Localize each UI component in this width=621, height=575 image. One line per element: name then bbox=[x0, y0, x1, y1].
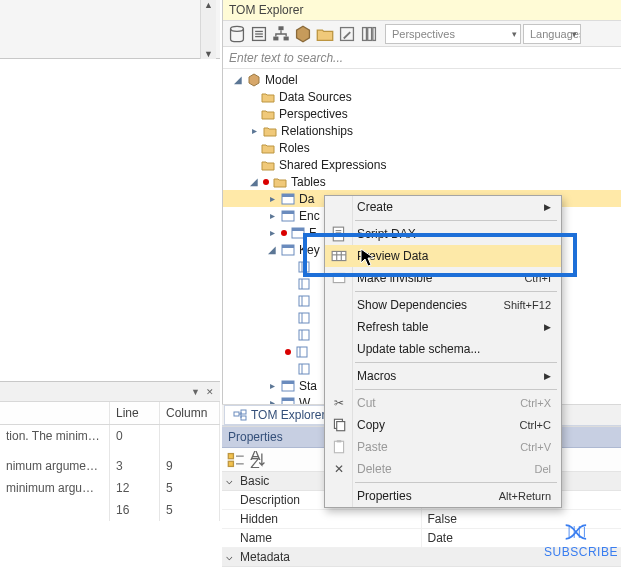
ctx-preview-data[interactable]: Preview Data bbox=[325, 245, 561, 267]
ctx-label: Cut bbox=[357, 396, 376, 410]
svg-rect-42 bbox=[228, 461, 233, 466]
language-select[interactable]: Languages bbox=[523, 24, 581, 44]
toolbar-folder-icon[interactable] bbox=[315, 24, 335, 44]
tree-node-roles[interactable]: Roles bbox=[223, 139, 621, 156]
toolbar-columns-icon[interactable] bbox=[359, 24, 379, 44]
preview-icon bbox=[331, 248, 347, 264]
ctx-properties[interactable]: Properties Alt+Return bbox=[325, 485, 561, 507]
node-label: Sta bbox=[299, 379, 317, 393]
context-menu: Create ▶ Script DAX Preview Data Make in… bbox=[324, 195, 562, 508]
close-icon[interactable]: ✕ bbox=[206, 387, 214, 397]
ctx-refresh-table[interactable]: Refresh table ▶ bbox=[325, 316, 561, 338]
col-cell: 5 bbox=[160, 499, 220, 521]
tom-explorer-title: TOM Explorer bbox=[223, 0, 621, 21]
svg-rect-32 bbox=[299, 364, 309, 374]
table-row[interactable] bbox=[0, 447, 220, 455]
perspective-select[interactable]: Perspectives bbox=[385, 24, 521, 44]
folder-icon bbox=[263, 124, 277, 138]
categorized-icon[interactable] bbox=[226, 450, 246, 470]
col-header-msg[interactable] bbox=[0, 402, 110, 424]
ctx-label: Script DAX bbox=[357, 227, 416, 241]
ctx-cut: ✂ Cut Ctrl+X bbox=[325, 392, 561, 414]
table-row[interactable]: minimum argument ... 12 5 bbox=[0, 477, 220, 499]
svg-rect-9 bbox=[363, 27, 367, 40]
ctx-create[interactable]: Create ▶ bbox=[325, 196, 561, 218]
table-row[interactable]: nimum argument c... 3 9 bbox=[0, 455, 220, 477]
column-icon bbox=[295, 345, 309, 359]
diagram-icon bbox=[233, 408, 247, 422]
svg-rect-28 bbox=[299, 330, 309, 340]
left-top-pane bbox=[0, 0, 220, 59]
ctx-label: Macros bbox=[357, 369, 396, 383]
search-input[interactable] bbox=[229, 51, 615, 65]
table-row[interactable]: tion. The minimum... 0 bbox=[0, 425, 220, 447]
toolbar-list-icon[interactable] bbox=[249, 24, 269, 44]
tree-node-perspectives[interactable]: Perspectives bbox=[223, 105, 621, 122]
toolbar-cylinder-icon[interactable] bbox=[227, 24, 247, 44]
ctx-shortcut: Ctrl+X bbox=[520, 397, 551, 409]
column-icon bbox=[297, 328, 311, 342]
node-label: Da bbox=[299, 192, 314, 206]
toolbar-edit-icon[interactable] bbox=[337, 24, 357, 44]
delete-icon: ✕ bbox=[331, 461, 347, 477]
error-indicator-icon bbox=[281, 230, 287, 236]
ctx-label: Delete bbox=[357, 462, 392, 476]
col-cell bbox=[160, 447, 220, 455]
node-label: F bbox=[309, 226, 316, 240]
table-row[interactable]: 16 5 bbox=[0, 499, 220, 521]
ctx-make-invisible[interactable]: Make invisible Ctrl+I bbox=[325, 267, 561, 289]
msg-cell bbox=[0, 499, 110, 521]
table-icon bbox=[281, 379, 295, 393]
ctx-shortcut: Ctrl+V bbox=[520, 441, 551, 453]
ctx-label: Preview Data bbox=[357, 249, 428, 263]
ctx-label: Create bbox=[357, 200, 393, 214]
dropdown-icon[interactable]: ▼ bbox=[191, 387, 200, 397]
col-header-column[interactable]: Column bbox=[160, 402, 220, 424]
line-cell: 16 bbox=[110, 499, 160, 521]
sort-az-icon[interactable]: AZ bbox=[248, 450, 268, 470]
svg-rect-10 bbox=[368, 27, 372, 40]
tab-tom-explorer[interactable]: TOM Explorer bbox=[224, 405, 334, 425]
svg-rect-7 bbox=[284, 36, 289, 40]
submenu-arrow-icon: ▶ bbox=[544, 371, 551, 381]
line-cell bbox=[110, 447, 160, 455]
tree-node-model[interactable]: ◢ Model bbox=[223, 71, 621, 88]
node-label: Model bbox=[265, 73, 298, 87]
cut-icon: ✂ bbox=[331, 395, 347, 411]
svg-rect-6 bbox=[273, 36, 278, 40]
ctx-copy[interactable]: Copy Ctrl+C bbox=[325, 414, 561, 436]
script-icon bbox=[331, 226, 347, 242]
toolbar-cube-icon[interactable] bbox=[293, 24, 313, 44]
msg-cell: tion. The minimum... bbox=[0, 425, 110, 447]
scroll-up-icon: ▲ bbox=[204, 0, 213, 10]
left-blank bbox=[0, 59, 220, 381]
table-icon bbox=[281, 209, 295, 223]
ctx-show-deps[interactable]: Show Dependencies Shift+F12 bbox=[325, 294, 561, 316]
ctx-update-schema[interactable]: Update table schema... bbox=[325, 338, 561, 360]
line-cell: 0 bbox=[110, 425, 160, 447]
svg-rect-15 bbox=[282, 211, 294, 214]
svg-rect-56 bbox=[337, 422, 345, 431]
node-label: Roles bbox=[279, 141, 310, 155]
tree-node-shared-expressions[interactable]: Shared Expressions bbox=[223, 156, 621, 173]
tree-node-data-sources[interactable]: Data Sources bbox=[223, 88, 621, 105]
tom-search[interactable] bbox=[223, 47, 621, 69]
svg-rect-17 bbox=[292, 228, 304, 231]
tree-node-relationships[interactable]: ▸ Relationships bbox=[223, 122, 621, 139]
left-scrollbar[interactable]: ▲ ▼ bbox=[200, 0, 216, 59]
subscribe-label: SUBSCRIBE bbox=[544, 545, 618, 559]
table-icon bbox=[291, 226, 305, 240]
node-label: Enc bbox=[299, 209, 320, 223]
svg-rect-58 bbox=[337, 440, 342, 442]
copy-icon bbox=[331, 417, 347, 433]
ctx-script-dax[interactable]: Script DAX bbox=[325, 223, 561, 245]
column-icon bbox=[297, 311, 311, 325]
ctx-macros[interactable]: Macros ▶ bbox=[325, 365, 561, 387]
col-header-line[interactable]: Line bbox=[110, 402, 160, 424]
table-icon bbox=[281, 192, 295, 206]
tree-node-tables[interactable]: ◢ Tables bbox=[223, 173, 621, 190]
svg-rect-47 bbox=[333, 227, 343, 241]
svg-rect-39 bbox=[241, 410, 246, 414]
toolbar-hierarchy-icon[interactable] bbox=[271, 24, 291, 44]
line-cell: 12 bbox=[110, 477, 160, 499]
